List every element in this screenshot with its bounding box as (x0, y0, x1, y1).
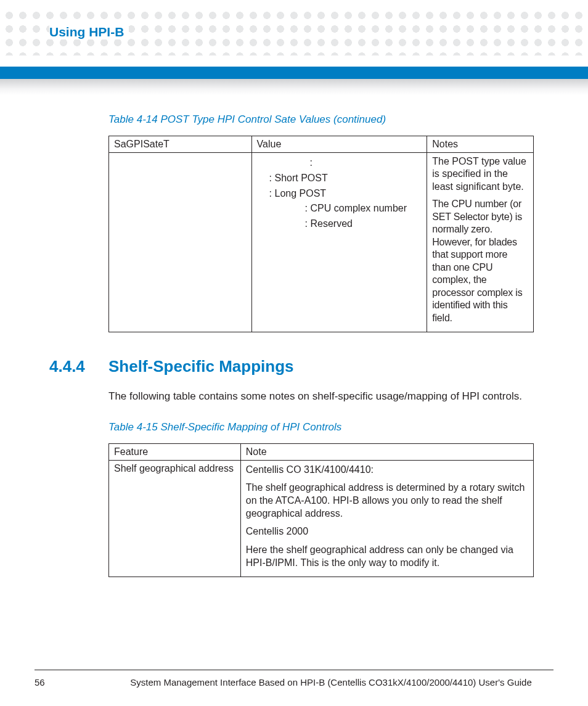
notes-p1: The POST type value is specified in the … (432, 155, 528, 193)
value-line-cpu-complex: : CPU complex number (257, 201, 422, 216)
th-notes: Notes (427, 136, 534, 153)
section-intro: The following table contains some notes … (108, 390, 540, 404)
table-header-row: SaGPISateT Value Notes (109, 136, 534, 153)
note-p3: Centellis 2000 (246, 525, 528, 538)
th-sagpisatet: SaGPISateT (109, 136, 252, 153)
th-value: Value (251, 136, 427, 153)
notes-p2: The CPU number (or SET Selector byte) is… (432, 198, 528, 324)
table-header-row: Feature Note (109, 444, 534, 461)
value-line-short-post: : Short POST (257, 171, 422, 186)
note-p4: Here the shelf geographical address can … (246, 543, 528, 569)
chapter-title: Using HPI-B (49, 25, 129, 39)
header-blue-bar (0, 67, 588, 79)
note-p2: The shelf geographical address is determ… (246, 481, 528, 520)
table-row: : : Short POST : Long POST : CPU complex… (109, 153, 534, 332)
value-line-colon: : (257, 155, 422, 171)
cell-note: Centellis CO 31K/4100/4410: The shelf ge… (240, 461, 533, 577)
th-feature: Feature (109, 444, 241, 461)
note-p1: Centellis CO 31K/4100/4410: (246, 463, 528, 476)
table-row: Shelf geographical address Centellis CO … (109, 461, 534, 577)
table-4-15: Feature Note Shelf geographical address … (108, 443, 534, 577)
header-gray-bar (0, 79, 588, 95)
value-line-long-post: : Long POST (257, 186, 422, 202)
value-line-reserved: : Reserved (257, 216, 422, 232)
cell-sagpisatet (109, 153, 252, 332)
th-note: Note (240, 444, 533, 461)
cell-value: : : Short POST : Long POST : CPU complex… (251, 153, 427, 332)
section-heading: 4.4.4 Shelf-Specific Mappings (49, 357, 540, 376)
table-4-14: SaGPISateT Value Notes : : Short POST : … (108, 136, 534, 332)
table-4-15-caption: Table 4-15 Shelf-Specific Mapping of HPI… (108, 421, 540, 433)
section-number: 4.4.4 (49, 357, 108, 376)
cell-feature: Shelf geographical address (109, 461, 241, 577)
footer-guide-title: System Management Interface Based on HPI… (0, 677, 588, 688)
page-content: Table 4-14 POST Type HPI Control Sate Va… (108, 113, 540, 577)
table-4-14-caption: Table 4-14 POST Type HPI Control Sate Va… (108, 113, 540, 126)
footer-rule (35, 670, 553, 670)
cell-notes: The POST type value is specified in the … (427, 153, 534, 332)
section-title: Shelf-Specific Mappings (108, 357, 294, 376)
